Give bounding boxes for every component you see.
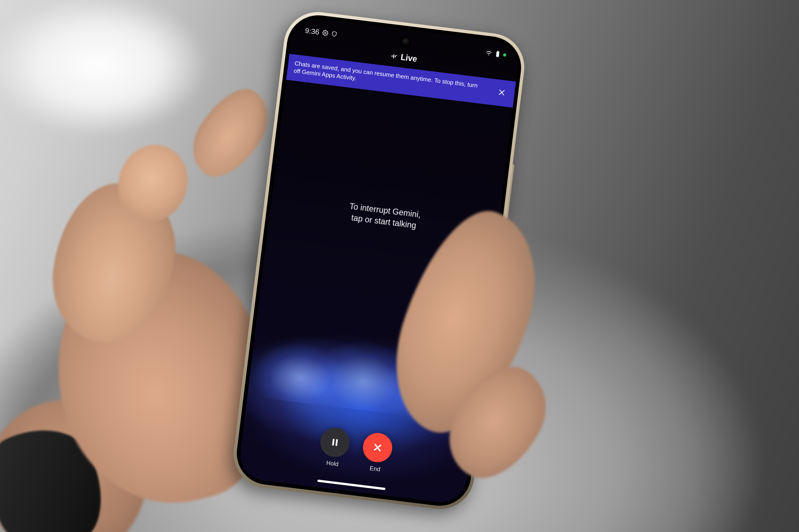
settings-icon (322, 30, 329, 36)
end-button[interactable] (361, 431, 394, 464)
wifi-icon (485, 50, 493, 56)
privacy-indicator-dot (503, 53, 507, 57)
hold-button-label: Hold (326, 459, 339, 468)
svg-point-0 (325, 32, 326, 34)
screen-title-text: Live (400, 52, 418, 64)
gemini-live-icon (391, 53, 398, 60)
close-icon (371, 441, 383, 454)
hold-button[interactable] (319, 426, 351, 459)
svg-rect-1 (496, 51, 499, 57)
battery-icon (495, 51, 501, 58)
svg-rect-9 (335, 439, 338, 446)
svg-rect-4 (393, 54, 394, 58)
pause-icon (329, 437, 341, 448)
svg-rect-2 (497, 51, 498, 52)
banner-close-button[interactable] (495, 85, 509, 99)
end-button-label: End (369, 464, 381, 473)
navigation-bar-handle[interactable] (317, 479, 385, 490)
status-time: 9:36 (305, 26, 320, 36)
svg-rect-3 (392, 55, 393, 57)
close-icon (497, 88, 506, 97)
svg-rect-5 (395, 55, 396, 57)
svg-rect-8 (332, 439, 335, 445)
shield-icon (331, 31, 338, 37)
